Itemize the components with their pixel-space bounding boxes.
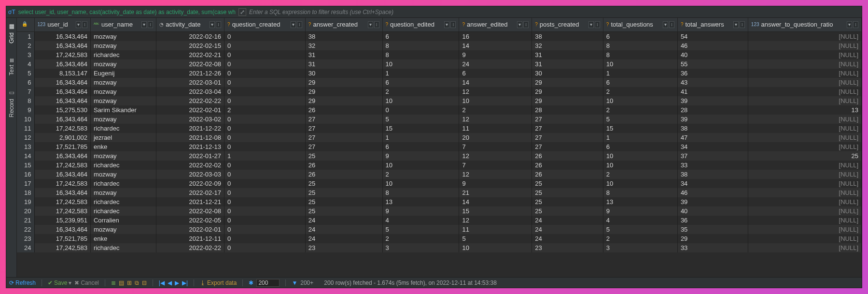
row-number[interactable]: 4 <box>17 59 34 69</box>
cell-user_name[interactable]: richardec <box>90 50 156 59</box>
cell-answer_to_question_ratio[interactable]: [NULL] <box>748 78 861 87</box>
cell-posts_created[interactable]: 24 <box>532 216 603 225</box>
cell-activity_date[interactable]: 2022-02-08 <box>156 206 224 216</box>
table-row[interactable]: 317,242,583richardec2022-02-210318931840… <box>17 50 862 59</box>
cell-total_questions[interactable]: 10 <box>603 161 677 170</box>
row-number[interactable]: 19 <box>17 197 34 206</box>
table-row[interactable]: 58,153,147Eugenij2021-12-260301630136[NU… <box>17 69 862 78</box>
cell-total_questions[interactable]: 8 <box>603 50 677 59</box>
table-row[interactable]: 1517,242,583richardec2022-02-02026107261… <box>17 161 862 170</box>
cell-user_name[interactable]: Corralien <box>90 216 156 225</box>
column-sort-icon[interactable]: ↕ <box>82 21 87 28</box>
cell-total_answers[interactable]: 34 <box>677 142 748 151</box>
cell-user_name[interactable]: richardec <box>90 161 156 170</box>
cell-answer_to_question_ratio[interactable]: [NULL] <box>748 179 861 188</box>
cell-posts_created[interactable]: 28 <box>532 105 603 115</box>
cell-user_id[interactable]: 17,521,785 <box>34 142 90 151</box>
row-number[interactable]: 21 <box>17 216 34 225</box>
column-header-posts_created[interactable]: ?posts_created▾↕ <box>532 18 603 31</box>
cell-user_id[interactable]: 16,343,464 <box>34 41 90 50</box>
cell-answer_edited[interactable]: 12 <box>459 151 532 161</box>
column-sort-icon[interactable]: ↕ <box>148 21 153 28</box>
cell-user_name[interactable]: mozway <box>90 78 156 87</box>
table-row[interactable]: 1317,521,785enke2021-12-130276727634[NUL… <box>17 142 862 151</box>
cell-user_name[interactable]: jezrael <box>90 133 156 142</box>
cell-activity_date[interactable]: 2022-02-05 <box>156 216 224 225</box>
cell-answer_to_question_ratio[interactable]: [NULL] <box>748 124 861 133</box>
row-number[interactable]: 23 <box>17 234 34 243</box>
cell-user_id[interactable]: 17,242,583 <box>34 161 90 170</box>
cell-answer_created[interactable]: 24 <box>305 216 382 225</box>
cell-activity_date[interactable]: 2022-02-22 <box>156 243 224 252</box>
column-header-answer_created[interactable]: ?answer_created▾↕ <box>305 18 382 31</box>
cell-answer_created[interactable]: 24 <box>305 225 382 234</box>
cell-answer_to_question_ratio[interactable]: [NULL] <box>748 170 861 179</box>
cell-question_created[interactable]: 0 <box>224 225 306 234</box>
cell-total_questions[interactable]: 1 <box>603 133 677 142</box>
cell-answer_created[interactable]: 31 <box>305 50 382 59</box>
cell-answer_edited[interactable]: 7 <box>459 161 532 170</box>
table-row[interactable]: 2115,239,951Corralien2022-02-05024412244… <box>17 216 862 225</box>
settings-icon[interactable]: ✱ <box>249 279 253 286</box>
cell-posts_created[interactable]: 31 <box>532 50 603 59</box>
cell-posts_created[interactable]: 31 <box>532 59 603 69</box>
view-tab-record[interactable]: Record▭ <box>8 90 15 118</box>
save-dropdown-icon[interactable]: ▾ <box>69 279 71 286</box>
cell-total_answers[interactable]: 29 <box>677 234 748 243</box>
cell-user_id[interactable]: 16,343,464 <box>34 31 90 41</box>
cell-posts_created[interactable]: 26 <box>532 161 603 170</box>
cell-answer_to_question_ratio[interactable]: [NULL] <box>748 216 861 225</box>
cell-question_edited[interactable]: 10 <box>382 161 459 170</box>
cell-total_questions[interactable]: 9 <box>603 206 677 216</box>
cell-total_answers[interactable]: 35 <box>677 225 748 234</box>
column-header-total_questions[interactable]: ?total_questions▾↕ <box>603 18 677 31</box>
column-sort-icon[interactable]: ↕ <box>523 21 529 28</box>
add-row-icon[interactable]: ⊞ <box>127 279 132 286</box>
cell-answer_created[interactable]: 38 <box>305 31 382 41</box>
cell-user_name[interactable]: richardec <box>90 243 156 252</box>
cell-answer_created[interactable]: 25 <box>305 206 382 216</box>
row-number[interactable]: 22 <box>17 225 34 234</box>
cell-answer_to_question_ratio[interactable]: [NULL] <box>748 50 861 59</box>
row-number[interactable]: 20 <box>17 206 34 216</box>
cell-answer_edited[interactable]: 14 <box>459 41 532 50</box>
cell-activity_date[interactable]: 2021-12-13 <box>156 142 224 151</box>
cell-user_id[interactable]: 17,242,583 <box>34 206 90 216</box>
cell-user_id[interactable]: 17,521,785 <box>34 234 90 243</box>
cell-user_id[interactable]: 17,242,583 <box>34 124 90 133</box>
cell-total_answers[interactable]: 41 <box>677 87 748 96</box>
cell-posts_created[interactable]: 27 <box>532 133 603 142</box>
table-row[interactable]: 2017,242,583richardec2022-02-08025915259… <box>17 206 862 216</box>
column-header-question_created[interactable]: ?question_created▾↕ <box>224 18 306 31</box>
row-number[interactable]: 10 <box>17 115 34 124</box>
cell-total_answers[interactable]: 39 <box>677 115 748 124</box>
column-sort-icon[interactable]: ↕ <box>853 21 858 28</box>
cell-user_name[interactable]: mozway <box>90 225 156 234</box>
column-header-user_id[interactable]: 123user_id▾↕ <box>34 18 90 31</box>
cell-posts_created[interactable]: 29 <box>532 78 603 87</box>
cell-total_answers[interactable]: 40 <box>677 206 748 216</box>
column-header-activity_date[interactable]: ◔activity_date▾↕ <box>156 18 224 31</box>
cell-total_questions[interactable]: 10 <box>603 179 677 188</box>
cell-posts_created[interactable]: 25 <box>532 188 603 197</box>
cell-question_edited[interactable]: 4 <box>382 216 459 225</box>
cell-user_id[interactable]: 15,239,951 <box>34 216 90 225</box>
cell-total_questions[interactable]: 4 <box>603 216 677 225</box>
fetch-more-icon[interactable]: ▼ <box>292 279 297 286</box>
cell-activity_date[interactable]: 2022-03-03 <box>156 170 224 179</box>
row-number[interactable]: 12 <box>17 133 34 142</box>
cell-answer_created[interactable]: 27 <box>305 124 382 133</box>
cell-total_answers[interactable]: 36 <box>677 216 748 225</box>
cell-posts_created[interactable]: 30 <box>532 69 603 78</box>
cell-user_name[interactable]: mozway <box>90 96 156 105</box>
cell-activity_date[interactable]: 2022-02-08 <box>156 59 224 69</box>
cell-answer_to_question_ratio[interactable]: [NULL] <box>748 225 861 234</box>
row-number[interactable]: 1 <box>17 31 34 41</box>
expand-sql-icon[interactable]: ⤢ <box>238 8 246 16</box>
row-number[interactable]: 7 <box>17 87 34 96</box>
cell-total_answers[interactable]: 36 <box>677 69 748 78</box>
column-filter-icon[interactable]: ▾ <box>76 21 81 28</box>
delete-row-icon[interactable]: ⊟ <box>142 279 147 286</box>
column-filter-icon[interactable]: ▾ <box>517 21 522 28</box>
cell-total_questions[interactable]: 6 <box>603 142 677 151</box>
